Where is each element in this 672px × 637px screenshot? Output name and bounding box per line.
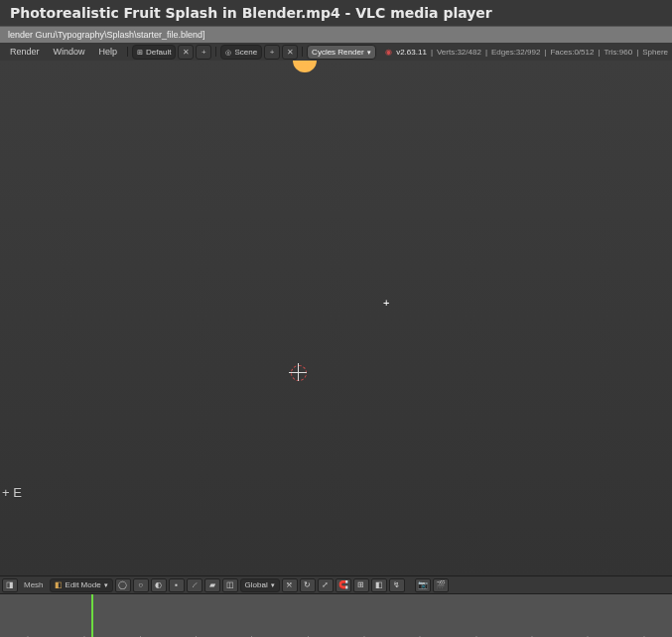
scene-add-button[interactable]: + — [264, 45, 280, 60]
header-stats: ◉ v2.63.11 | Verts:32/482 | Edges:32/992… — [385, 48, 668, 57]
layout-remove-button[interactable]: ✕ — [178, 45, 194, 60]
timeline[interactable]: -20020406080100120140160180200 — [0, 593, 672, 637]
viewport-toolbar: ◨ Mesh ◧ Edit Mode ▾ ◯ ○ ◐ ▪ ⟋ ▰ ◫ Globa… — [0, 575, 672, 593]
stat-sep: | — [636, 48, 638, 57]
mesh-label: Mesh — [20, 580, 48, 589]
mode-dropdown[interactable]: ◧ Edit Mode ▾ — [50, 578, 113, 592]
snap-toggle-button[interactable]: 🧲 — [336, 578, 351, 592]
sel-face-button[interactable]: ▰ — [204, 578, 220, 592]
playhead[interactable] — [91, 594, 93, 637]
stat-sep: | — [485, 48, 487, 57]
shading-mat-button[interactable]: ◐ — [151, 578, 167, 592]
snap-element-button[interactable]: ◧ — [371, 578, 387, 592]
chevron-down-icon: ▾ — [104, 581, 108, 588]
window-title: Photorealistic Fruit Splash in Blender.m… — [0, 0, 672, 26]
render-anim-button[interactable]: 🎬 — [433, 578, 449, 592]
scene-remove-button[interactable]: ✕ — [282, 45, 298, 60]
orientation-label: Global — [245, 580, 268, 589]
scene-icon: ◎ — [225, 49, 231, 56]
layout-add-button[interactable]: + — [196, 45, 211, 60]
edit-cursor-icon: + — [383, 297, 389, 309]
limit-sel-button[interactable]: ◫ — [222, 578, 238, 592]
chevron-down-icon: ▾ — [367, 49, 371, 56]
chevron-down-icon: ▾ — [271, 581, 275, 588]
snap-inc-button[interactable]: ⊞ — [353, 578, 369, 592]
stat-sep: | — [598, 48, 600, 57]
blender-logo-icon: ◉ — [385, 48, 392, 57]
verts-stat: Verts:32/482 — [437, 48, 481, 57]
engine-label: Cycles Render — [312, 48, 363, 57]
snap-target-button[interactable]: ↯ — [389, 578, 405, 592]
separator — [302, 47, 303, 58]
stat-sep: | — [544, 48, 546, 57]
faces-stat: Faces:0/512 — [550, 48, 594, 57]
shading-wire-button[interactable]: ◯ — [115, 578, 131, 592]
stat-sep: | — [431, 48, 433, 57]
tris-stat: Tris:960 — [605, 48, 633, 57]
expand-icon: ⊞ — [137, 49, 143, 56]
manipulator-btn-2[interactable]: ↻ — [300, 578, 316, 592]
edit-mode-icon: ◧ — [55, 580, 63, 589]
manipulator-btn-3[interactable]: ⤢ — [318, 578, 334, 592]
breadcrumb: lender Guru\Typography\Splash\starter_fi… — [0, 26, 672, 43]
menu-help[interactable]: Help — [93, 45, 124, 59]
mode-label: Edit Mode — [66, 580, 101, 589]
shading-solid-button[interactable]: ○ — [133, 578, 149, 592]
scene-label: Scene — [234, 48, 257, 57]
separator — [127, 47, 128, 58]
orientation-dropdown[interactable]: Global ▾ — [240, 578, 280, 592]
scene-dropdown[interactable]: ◎ Scene — [220, 45, 262, 60]
menu-window[interactable]: Window — [48, 45, 91, 59]
layout-label: Default — [146, 48, 171, 57]
manipulator-btn-1[interactable]: ⤧ — [282, 578, 298, 592]
object-name: Sphere — [642, 48, 668, 57]
sel-vert-button[interactable]: ▪ — [169, 578, 185, 592]
menu-render[interactable]: Render — [4, 45, 46, 59]
version-text: v2.63.11 — [396, 48, 427, 57]
separator — [215, 47, 216, 58]
uv-sphere — [0, 61, 672, 575]
engine-dropdown[interactable]: Cycles Render ▾ — [307, 45, 375, 60]
sel-edge-button[interactable]: ⟋ — [187, 578, 202, 592]
hint-text: + E — [2, 485, 22, 500]
viewport-3d[interactable]: + + E — [0, 61, 672, 575]
blender-menubar: Render Window Help ⊞ Default ✕ + ◎ Scene… — [0, 43, 672, 61]
render-viewport-button[interactable]: 📷 — [415, 578, 431, 592]
edges-stat: Edges:32/992 — [491, 48, 540, 57]
layout-dropdown[interactable]: ⊞ Default — [132, 45, 176, 60]
editor-type-button[interactable]: ◨ — [2, 578, 18, 592]
